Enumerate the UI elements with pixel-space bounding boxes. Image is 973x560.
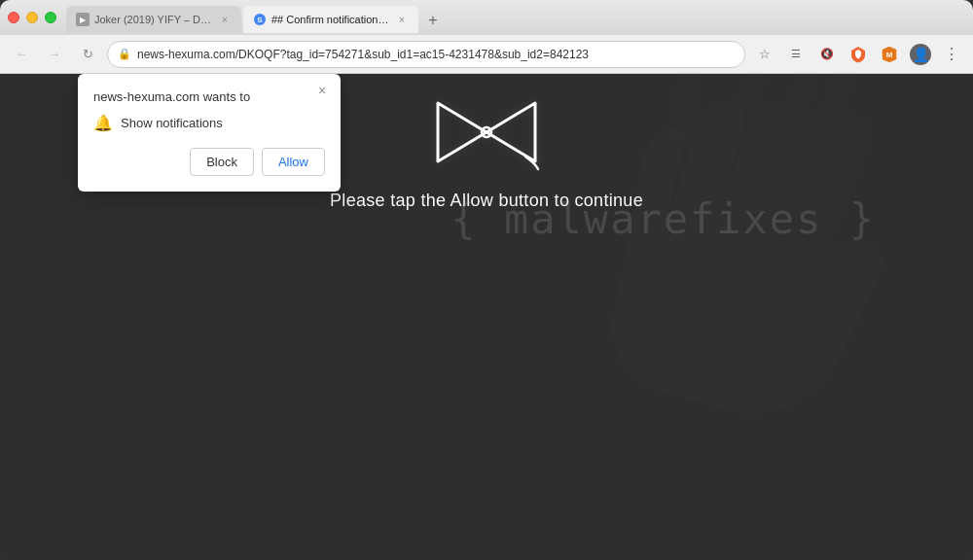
- profile-button[interactable]: 👤: [907, 41, 934, 68]
- maximize-button[interactable]: [45, 12, 56, 23]
- url-text: news-hexuma.com/DKOQF?tag_id=754271&sub_…: [137, 48, 735, 61]
- forward-icon: →: [49, 47, 61, 61]
- tab-favicon-joker: ▶: [76, 13, 90, 26]
- tab-title-confirm: ## Confirm notifications ##: [271, 14, 391, 25]
- address-bar[interactable]: 🔒 news-hexuma.com/DKOQF?tag_id=754271&su…: [107, 41, 745, 68]
- tab-confirm[interactable]: S ## Confirm notifications ## ×: [243, 6, 418, 33]
- popup-notification-row: 🔔 Show notifications: [93, 114, 325, 132]
- reading-list-button[interactable]: ☰: [782, 41, 810, 68]
- tab-close-joker[interactable]: ×: [218, 13, 232, 26]
- tab-favicon-confirm: S: [253, 13, 267, 26]
- bookmark-icon: ☆: [759, 47, 771, 61]
- notification-label: Show notifications: [121, 116, 223, 130]
- svg-text:S: S: [257, 16, 263, 24]
- titlebar: ▶ Joker (2019) YIFY – Download × S ## Co…: [0, 0, 973, 35]
- browser-window: ▶ Joker (2019) YIFY – Download × S ## Co…: [0, 0, 973, 560]
- brave-button[interactable]: [845, 41, 872, 68]
- bowtie-logo: [433, 93, 540, 171]
- close-button[interactable]: [8, 12, 19, 23]
- minimize-button[interactable]: [26, 12, 38, 23]
- notification-popup: × news-hexuma.com wants to 🔔 Show notifi…: [78, 74, 341, 192]
- back-button[interactable]: ←: [8, 41, 35, 68]
- profile-avatar: 👤: [910, 44, 931, 65]
- svg-text:▶: ▶: [80, 16, 87, 24]
- back-icon: ←: [16, 47, 28, 61]
- metamask-icon: M: [881, 46, 898, 63]
- brave-icon: [849, 46, 867, 63]
- metamask-button[interactable]: M: [876, 41, 903, 68]
- brand-text: { malwarefixes }: [450, 195, 876, 243]
- menu-icon: ⋮: [944, 47, 959, 62]
- profile-icon: 👤: [913, 47, 929, 62]
- refresh-button[interactable]: ↻: [74, 41, 101, 68]
- new-tab-button[interactable]: +: [420, 8, 446, 33]
- popup-header: news-hexuma.com wants to: [93, 89, 325, 104]
- tab-title-joker: Joker (2019) YIFY – Download: [94, 14, 214, 25]
- refresh-icon: ↻: [83, 47, 93, 61]
- popup-close-button[interactable]: ×: [313, 82, 331, 99]
- reading-list-icon: ☰: [791, 48, 801, 60]
- bell-icon: 🔔: [93, 114, 113, 132]
- popup-buttons: Block Allow: [93, 148, 325, 176]
- page-content: { malwarefixes } Please tap the Allow bu…: [0, 74, 973, 560]
- lock-icon: 🔒: [118, 48, 131, 60]
- forward-button[interactable]: →: [41, 41, 68, 68]
- tab-joker[interactable]: ▶ Joker (2019) YIFY – Download ×: [66, 6, 241, 33]
- block-button[interactable]: Block: [190, 148, 254, 176]
- allow-button[interactable]: Allow: [262, 148, 325, 176]
- bookmark-button[interactable]: ☆: [751, 41, 778, 68]
- traffic-lights: [8, 12, 56, 23]
- menu-button[interactable]: ⋮: [938, 41, 965, 68]
- tabs-container: ▶ Joker (2019) YIFY – Download × S ## Co…: [66, 2, 965, 33]
- svg-text:M: M: [886, 51, 893, 59]
- toolbar-actions: ☆ ☰ 🔇 M 👤: [751, 41, 965, 68]
- tab-close-confirm[interactable]: ×: [395, 13, 409, 26]
- mute-button[interactable]: 🔇: [813, 41, 841, 68]
- mute-icon: 🔇: [820, 48, 834, 60]
- toolbar: ← → ↻ 🔒 news-hexuma.com/DKOQF?tag_id=754…: [0, 35, 973, 74]
